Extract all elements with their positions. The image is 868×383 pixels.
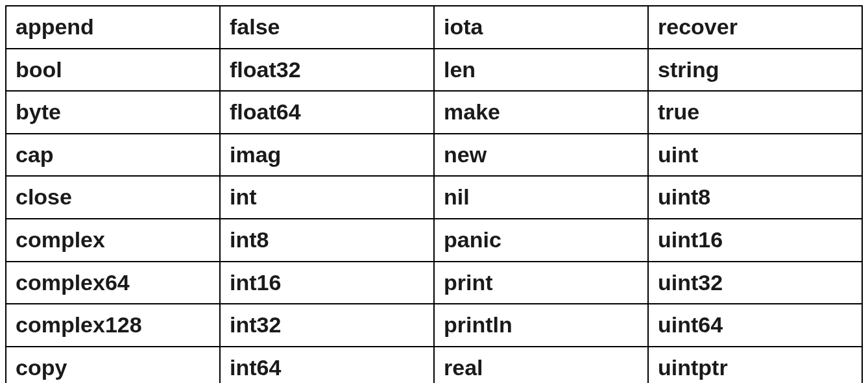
table-cell: append: [6, 6, 220, 49]
table-cell: float64: [220, 91, 434, 134]
table-cell: uint64: [648, 304, 862, 347]
table-cell: copy: [6, 347, 220, 383]
table-cell: float32: [220, 49, 434, 92]
table-cell: panic: [434, 219, 648, 262]
table-cell: byte: [6, 91, 220, 134]
table-cell: iota: [434, 6, 648, 49]
table-cell: bool: [6, 49, 220, 92]
table-cell: new: [434, 134, 648, 177]
table-row: byte float64 make true: [6, 91, 862, 134]
table-cell: println: [434, 304, 648, 347]
table-cell: len: [434, 49, 648, 92]
table-cell: int16: [220, 262, 434, 304]
table-cell: uintptr: [648, 347, 862, 383]
table-cell: int64: [220, 347, 434, 383]
table-cell: int32: [220, 304, 434, 347]
table-row: copy int64 real uintptr: [6, 347, 862, 383]
table-cell: complex: [6, 219, 220, 262]
table-cell: recover: [648, 6, 862, 49]
table-row: complex128 int32 println uint64: [6, 304, 862, 347]
table-cell: make: [434, 91, 648, 134]
table-cell: int: [220, 176, 434, 219]
table-cell: cap: [6, 134, 220, 177]
table-cell: close: [6, 176, 220, 219]
table-cell: true: [648, 91, 862, 134]
table-cell: int8: [220, 219, 434, 262]
table-cell: uint16: [648, 219, 862, 262]
identifiers-table: append false iota recover bool float32 l…: [5, 5, 863, 383]
table-cell: complex64: [6, 262, 220, 304]
table-row: complex64 int16 print uint32: [6, 262, 862, 304]
table-cell: uint8: [648, 176, 862, 219]
table-cell: uint: [648, 134, 862, 177]
table-cell: imag: [220, 134, 434, 177]
table-cell: string: [648, 49, 862, 92]
table-cell: false: [220, 6, 434, 49]
table-cell: print: [434, 262, 648, 304]
table-row: close int nil uint8: [6, 176, 862, 219]
table-cell: complex128: [6, 304, 220, 347]
table-row: cap imag new uint: [6, 134, 862, 177]
table-row: complex int8 panic uint16: [6, 219, 862, 262]
table-row: bool float32 len string: [6, 49, 862, 92]
table-cell: uint32: [648, 262, 862, 304]
table-row: append false iota recover: [6, 6, 862, 49]
table-cell: real: [434, 347, 648, 383]
table-cell: nil: [434, 176, 648, 219]
